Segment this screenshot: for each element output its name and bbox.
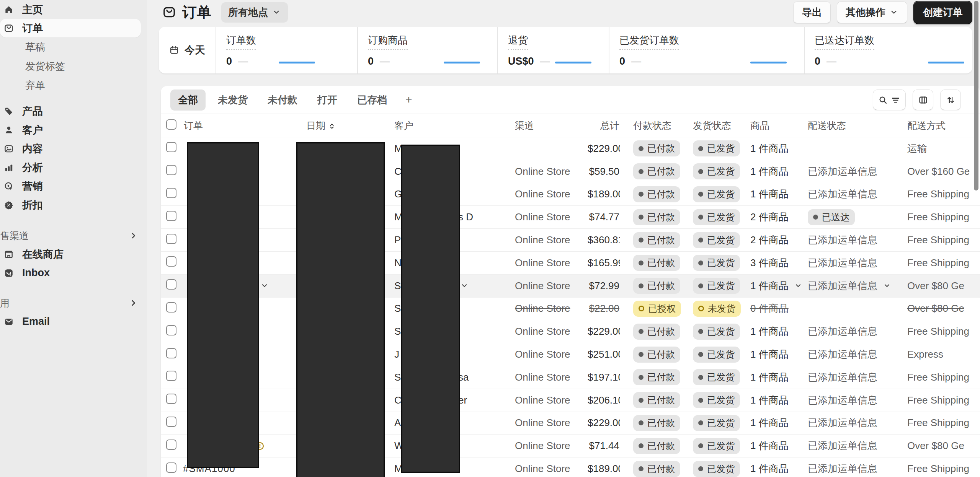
sidebar-item-订单[interactable]: 订单: [0, 19, 141, 37]
row-checkbox[interactable]: [166, 394, 176, 404]
tab-已存档[interactable]: 已存档: [350, 90, 395, 111]
column-header-渠道: 渠道: [515, 119, 588, 132]
expand-chevron-icon[interactable]: [460, 282, 469, 290]
sidebar-subitem-发货标签[interactable]: 发货标签: [0, 57, 147, 76]
table-row[interactable]: JOnline Store$251.00已付款已发货1 件商品已添加运单信息Ex…: [161, 343, 980, 366]
table-row[interactable]: SsaOnline Store$197.10已付款已发货1 件商品已添加运单信息…: [161, 366, 980, 389]
row-checkbox[interactable]: [166, 211, 176, 221]
table-row[interactable]: SOnline Store$22.00已授权未发货0 件商品Over $80 G…: [161, 298, 980, 321]
table-row[interactable]: AOnline Store$229.00已付款已发货1 件商品已添加运单信息Fr…: [161, 412, 980, 435]
status-label: 已付款: [647, 211, 675, 223]
row-checkbox[interactable]: [166, 325, 176, 335]
table-row[interactable]: M$229.00已付款已发货1 件商品运输: [161, 137, 980, 160]
row-checkbox[interactable]: [166, 417, 176, 427]
items-cell: 2 件商品: [750, 233, 808, 247]
customer-name-fragment: C: [394, 166, 402, 177]
location-filter-button[interactable]: 所有地点: [221, 2, 288, 23]
stat-card-1[interactable]: 订单数0—: [216, 27, 358, 73]
search-and-filter-button[interactable]: [873, 90, 906, 110]
customer-name-fragment: S: [394, 326, 401, 337]
row-checkbox[interactable]: [166, 440, 176, 450]
expand-chevron-icon[interactable]: [883, 282, 891, 290]
stat-card-3[interactable]: 退货US$0—: [498, 27, 609, 73]
items-content: 1 件商品: [750, 462, 789, 475]
sidebar-item-产品[interactable]: 产品: [0, 102, 147, 120]
date-range-filter[interactable]: 今天: [159, 27, 216, 73]
table-row[interactable]: CerOnline Store$206.10已付款已发货1 件商品已添加运单信息…: [161, 389, 980, 412]
row-checkbox[interactable]: [166, 188, 176, 198]
more-actions-button[interactable]: 其他操作: [837, 2, 907, 23]
status-dot: [639, 169, 644, 174]
expand-chevron-icon[interactable]: [260, 282, 269, 290]
table-row[interactable]: POnline Store$360.81已付款已发货2 件商品已添加运单信息Fr…: [161, 229, 980, 252]
stat-label: 订购商品: [368, 34, 408, 50]
sidebar-item-label: 营销: [22, 179, 43, 193]
row-checkbox[interactable]: [166, 302, 176, 313]
row-checkbox[interactable]: [166, 462, 176, 473]
row-checkbox[interactable]: [166, 165, 176, 175]
stat-card-4[interactable]: 已发货订单数0—: [609, 27, 805, 73]
table-row[interactable]: #SMA1000MOnline Store$189.00已付款已发货1 件商品已…: [161, 457, 980, 477]
column-header-label: 渠道: [515, 120, 534, 131]
column-header-日期[interactable]: 日期: [306, 119, 394, 132]
vertical-scrollbar[interactable]: [974, 1, 978, 190]
sidebar-subitem-草稿[interactable]: 草稿: [0, 37, 147, 57]
add-view-button[interactable]: +: [399, 92, 418, 108]
sidebar-subitem-弃单[interactable]: 弃单: [0, 76, 147, 95]
create-order-button[interactable]: 创建订单: [913, 1, 972, 24]
export-button[interactable]: 导出: [793, 2, 831, 23]
customer-name-fragment: P: [394, 234, 401, 246]
sidebar-item-客户[interactable]: 客户: [0, 120, 147, 139]
sidebar-item-营销[interactable]: 营销: [0, 177, 147, 195]
table-row[interactable]: COnline Store$59.50已付款已发货1 件商品已添加运单信息Ove…: [161, 160, 980, 183]
status-dot: [698, 146, 703, 151]
status-badge-fulfilled: 已发货: [693, 163, 740, 179]
row-checkbox[interactable]: [166, 234, 176, 244]
delivery-method-cell: Free Shipping: [907, 394, 980, 406]
payment-status-cell: 已付款: [620, 392, 693, 408]
total-amount: $22.00: [589, 303, 619, 314]
sort-button[interactable]: [940, 90, 961, 110]
sidebar-item-Email[interactable]: Email: [0, 312, 147, 331]
table-row[interactable]: GOnline Store$189.00已付款已发货1 件商品已添加运单信息Fr…: [161, 183, 980, 206]
date-sort-indicator[interactable]: [328, 122, 336, 130]
tab-未付款[interactable]: 未付款: [260, 90, 305, 111]
row-checkbox[interactable]: [166, 142, 176, 152]
row-checkbox[interactable]: [166, 348, 176, 358]
table-row[interactable]: SOnline Store$72.99已付款已发货1 件商品已添加运单信息Ove…: [161, 275, 980, 298]
sidebar-item-折扣[interactable]: 折扣: [0, 195, 147, 214]
total-cell: $189.00: [588, 188, 620, 200]
items-count: 1 件商品: [750, 439, 789, 453]
sidebar-subitem-label: 发货标签: [25, 60, 65, 73]
channel-label: Online Store: [515, 211, 570, 223]
chart-icon: [4, 163, 14, 173]
expand-chevron-icon[interactable]: [794, 282, 802, 290]
row-select-cell: [161, 348, 180, 361]
sidebar-item-Inbox[interactable]: Inbox: [0, 264, 147, 282]
table-row[interactable]: SOnline Store$229.00已付款已发货1 件商品已添加运单信息Fr…: [161, 320, 980, 343]
tab-全部[interactable]: 全部: [170, 90, 206, 111]
filter-tabs-row: 全部未发货未付款打开已存档+: [161, 86, 980, 114]
table-row[interactable]: WOnline Store$71.44已付款已发货1 件商品已添加运单信息Ove…: [161, 435, 980, 457]
tab-打开[interactable]: 打开: [310, 90, 345, 111]
row-checkbox[interactable]: [166, 279, 176, 290]
payment-status-cell: 已付款: [620, 140, 693, 156]
status-label: 已发货: [707, 280, 735, 292]
sidebar-item-在线商店[interactable]: 在线商店: [0, 245, 147, 264]
payment-status-cell: 已付款: [620, 278, 693, 294]
delivery-method-label: Free Shipping: [907, 257, 969, 269]
tab-未发货[interactable]: 未发货: [210, 90, 255, 111]
row-checkbox[interactable]: [166, 371, 176, 381]
sidebar-item-主页[interactable]: 主页: [0, 0, 147, 19]
row-checkbox[interactable]: [166, 256, 176, 267]
select-all-checkbox[interactable]: [166, 119, 176, 130]
sidebar-section-label: 用: [0, 297, 10, 309]
sidebar-item-内容[interactable]: 内容: [0, 139, 147, 158]
channel-label: Online Store: [515, 280, 570, 291]
stat-card-5[interactable]: 已送达订单数0—: [805, 27, 972, 73]
stat-card-2[interactable]: 订购商品0—: [358, 27, 498, 73]
columns-button[interactable]: [913, 90, 933, 110]
table-row[interactable]: Ms DOnline Store$74.77已付款已发货2 件商品已送达Free…: [161, 206, 980, 229]
sidebar-item-分析[interactable]: 分析: [0, 158, 147, 177]
table-row[interactable]: NOnline Store$165.99已付款已发货3 件商品已添加运单信息Fr…: [161, 252, 980, 275]
